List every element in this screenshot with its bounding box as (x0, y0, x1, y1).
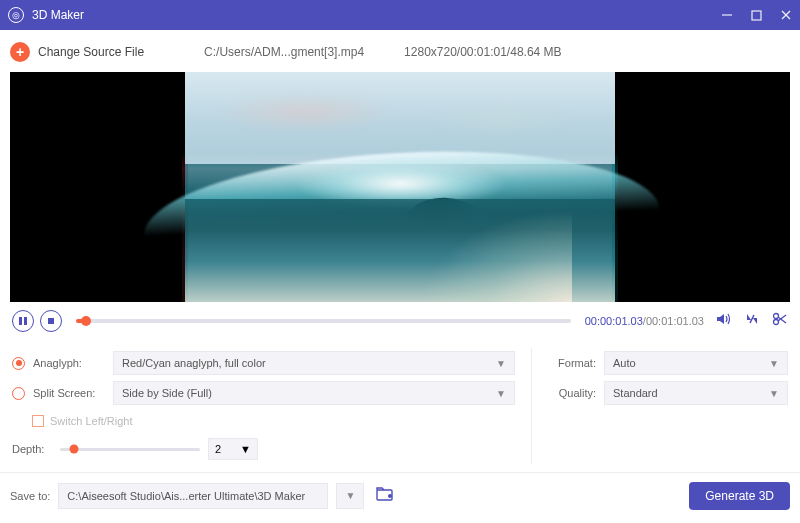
source-meta: 1280x720/00:01:01/48.64 MB (404, 45, 561, 59)
video-preview[interactable] (10, 72, 790, 302)
save-path-field[interactable]: C:\Aiseesoft Studio\Ais...erter Ultimate… (58, 483, 328, 509)
chevron-down-icon: ▼ (345, 490, 355, 501)
close-button[interactable] (780, 9, 792, 21)
open-folder-button[interactable] (376, 487, 394, 505)
format-label: Format: (548, 357, 596, 369)
chevron-down-icon: ▼ (496, 388, 506, 399)
svg-rect-4 (19, 317, 22, 325)
anaglyph-dropdown[interactable]: Red/Cyan anaglyph, full color▼ (113, 351, 515, 375)
minimize-button[interactable] (721, 9, 733, 21)
depth-slider[interactable] (60, 448, 200, 451)
svg-rect-6 (48, 318, 54, 324)
svg-point-8 (774, 320, 779, 325)
snapshot-icon[interactable] (744, 312, 760, 330)
quality-dropdown[interactable]: Standard▼ (604, 381, 788, 405)
generate-3d-button[interactable]: Generate 3D (689, 482, 790, 510)
app-icon: ◎ (8, 7, 24, 23)
svg-point-7 (774, 314, 779, 319)
save-path-dropdown[interactable]: ▼ (336, 483, 364, 509)
split-screen-label: Split Screen: (33, 387, 105, 399)
change-source-label: Change Source File (38, 45, 144, 59)
split-screen-radio[interactable] (12, 387, 25, 400)
maximize-button[interactable] (751, 10, 762, 21)
svg-rect-5 (24, 317, 27, 325)
depth-value-dropdown[interactable]: 2▼ (208, 438, 258, 460)
chevron-down-icon: ▼ (496, 358, 506, 369)
playback-time: 00:00:01.03/00:01:01.03 (585, 315, 704, 327)
switch-lr-checkbox[interactable] (32, 415, 44, 427)
plus-icon: + (10, 42, 30, 62)
format-dropdown[interactable]: Auto▼ (604, 351, 788, 375)
svg-rect-1 (752, 11, 761, 20)
anaglyph-label: Anaglyph: (33, 357, 105, 369)
change-source-button[interactable]: + Change Source File (10, 42, 144, 62)
anaglyph-radio[interactable] (12, 357, 25, 370)
chevron-down-icon: ▼ (240, 443, 251, 455)
cut-icon[interactable] (772, 312, 788, 330)
stop-button[interactable] (40, 310, 62, 332)
quality-label: Quality: (548, 387, 596, 399)
titlebar: ◎ 3D Maker (0, 0, 800, 30)
source-path: C:/Users/ADM...gment[3].mp4 (204, 45, 364, 59)
chevron-down-icon: ▼ (769, 358, 779, 369)
playback-slider[interactable] (76, 319, 571, 323)
window-title: 3D Maker (32, 8, 721, 22)
depth-label: Depth: (12, 443, 52, 455)
switch-lr-label: Switch Left/Right (50, 415, 133, 427)
split-screen-dropdown[interactable]: Side by Side (Full)▼ (113, 381, 515, 405)
save-to-label: Save to: (10, 490, 50, 502)
pause-button[interactable] (12, 310, 34, 332)
chevron-down-icon: ▼ (769, 388, 779, 399)
volume-icon[interactable] (716, 312, 732, 330)
svg-point-12 (388, 494, 392, 498)
